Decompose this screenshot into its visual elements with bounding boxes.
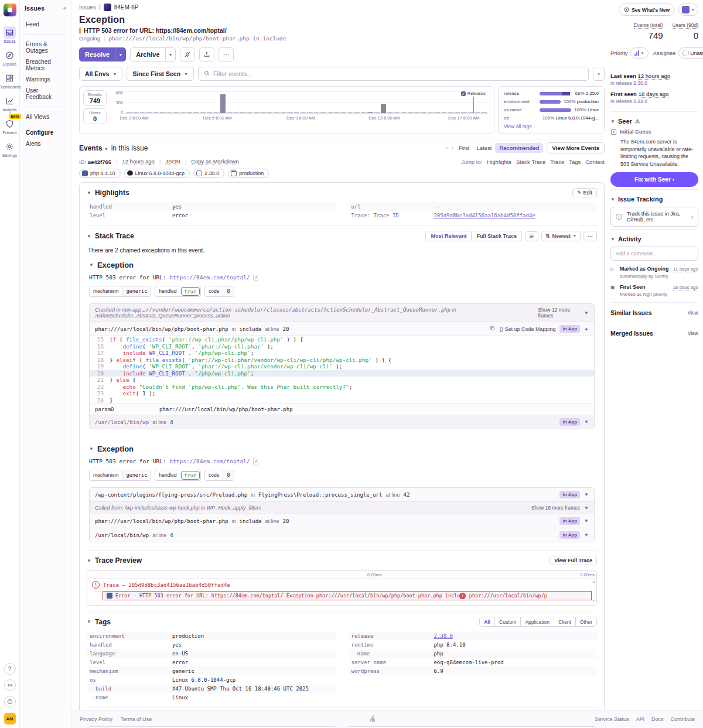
chevron-down-icon[interactable]: ▼ <box>87 234 91 239</box>
copy-icon[interactable] <box>490 326 495 332</box>
in-app-badge[interactable]: In App <box>559 418 580 426</box>
jump-highlights-link[interactable]: Highlights <box>487 159 511 165</box>
view-more-events-button[interactable]: View More Events <box>547 142 605 153</box>
release-link[interactable]: 2.30.0 <box>434 633 453 639</box>
frame-row[interactable]: phar:///usr/local/bin/wp/php/boot-phar.p… <box>90 514 594 528</box>
activity-time[interactable]: 18 days ago <box>673 285 698 290</box>
in-app-badge[interactable]: In App <box>559 531 580 539</box>
trace-id-link[interactable]: 205d9d8bc3ad4156aa16ab4d50ffad4e <box>434 213 535 218</box>
first-seen-release-link[interactable]: 2.22.0 <box>633 98 647 104</box>
terms-link[interactable]: Terms of Use <box>121 716 152 722</box>
rail-item-dashboards[interactable]: Dashboards <box>1 70 19 91</box>
checkbox-checked-icon[interactable]: ✓ <box>461 91 466 96</box>
in-app-badge[interactable]: In App <box>559 491 580 498</box>
chevron-down-icon[interactable]: ▼ <box>87 619 91 624</box>
show-more-frames-link[interactable]: Show 16 more frames <box>531 505 580 511</box>
view-all-tags-link[interactable]: View all tags <box>504 124 599 129</box>
facet-os[interactable]: os 100% Linux 6.8.0-1044-g... <box>504 115 599 121</box>
chevron-up-icon[interactable]: ▲ <box>584 326 589 331</box>
frame-row[interactable]: /usr/local/bin/wpat line4 In App▼ <box>90 528 594 542</box>
stack-trace-options-button[interactable]: ⋯ <box>583 231 597 241</box>
jump-tags-link[interactable]: Tags <box>569 159 581 165</box>
sidebar-item-breached-metrics[interactable]: Breached Metrics <box>25 56 66 74</box>
collapse-sidebar-button[interactable]: » <box>593 67 605 81</box>
service-incidents-icon[interactable] <box>4 696 16 708</box>
seer-section-header[interactable]: ▼ Seer ⚠ <box>610 111 698 129</box>
fix-with-seer-button[interactable]: Fix with Seer › <box>610 172 698 187</box>
sidebar-item-all-views[interactable]: All Views <box>25 111 66 122</box>
whats-new-button[interactable]: See What's New <box>619 4 675 16</box>
environment-filter[interactable]: All Envs▼ <box>79 67 122 81</box>
api-link[interactable]: API <box>636 716 644 722</box>
similar-issues-row[interactable]: Similar Issues View <box>610 302 698 323</box>
chevron-down-icon[interactable]: ▼ <box>87 558 91 563</box>
events-dropdown[interactable]: Events ▼ <box>79 144 108 152</box>
breadcrumb-issues-link[interactable]: Issues <box>79 4 96 11</box>
users-count-card[interactable]: Users 0 <box>83 108 107 124</box>
sidebar-item-errors-outages[interactable]: Errors & Outages <box>25 39 66 56</box>
trace-root-row[interactable]: 1 Trace — 205d9d8bc3ad4156aa16ab4d50ffad… <box>87 579 596 591</box>
prev-event-icon[interactable]: ‹ <box>444 145 449 151</box>
last-seen-release-link[interactable]: 2.30.0 <box>633 80 647 86</box>
breadcrumb-project[interactable]: 84EM-6P <box>114 4 139 11</box>
json-link[interactable]: JSON <box>165 158 180 165</box>
jump-context-link[interactable]: Context <box>585 159 605 165</box>
similar-issues-view-link[interactable]: View <box>688 310 698 316</box>
jump-trace-link[interactable]: Trace <box>550 159 564 165</box>
chevron-down-icon[interactable]: ▼ <box>584 532 589 538</box>
chevron-down-icon[interactable]: ▼ <box>89 446 94 452</box>
users-90d-label[interactable]: Users (90d) <box>673 22 698 29</box>
chevron-down-icon[interactable]: ▼ <box>584 505 589 511</box>
in-app-badge[interactable]: In App <box>559 325 580 333</box>
events-total-label[interactable]: Events (total) <box>634 22 663 29</box>
archive-button[interactable]: Archive ▼ <box>130 47 176 61</box>
setup-code-mapping-link[interactable]: {}Set up Code Mapping <box>499 326 555 332</box>
docs-link[interactable]: Docs <box>651 716 664 722</box>
os-pill[interactable]: Linux 6.8.0-1044-gcp <box>124 169 190 178</box>
edit-highlights-button[interactable]: ✎Edit <box>572 188 597 197</box>
chevron-down-icon[interactable]: ▼ <box>87 190 91 196</box>
latest-event-link[interactable]: Latest <box>473 143 495 152</box>
tags-filter-custom[interactable]: Custom <box>494 617 520 626</box>
recommended-event-tab[interactable]: Recommended <box>495 143 543 153</box>
search-box[interactable] <box>198 67 589 81</box>
chevron-down-icon[interactable]: ▼ <box>584 492 589 497</box>
chevron-down-icon[interactable]: ▼ <box>584 518 589 524</box>
event-timestamp[interactable]: 12 hours ago <box>122 158 154 165</box>
exception-url-link[interactable]: https://84em.com/toptal/ <box>169 274 250 281</box>
facet-os-name[interactable]: os.name 100% Linux <box>504 107 599 112</box>
collapsed-frames-row[interactable]: Crashed in non-app …r/vendor/woocommerce… <box>90 304 594 322</box>
collapsed-frames-row[interactable]: Called from: /wp-includes/class-wp-hook.… <box>90 501 594 514</box>
merged-issues-row[interactable]: Merged Issues View <box>610 323 698 343</box>
in-app-badge[interactable]: In App <box>559 517 580 525</box>
release-pill[interactable]: 2.30.0 <box>193 169 224 178</box>
sidebar-item-alerts[interactable]: Alerts <box>25 138 66 149</box>
last-seen-time[interactable]: 12 hours ago <box>638 73 670 80</box>
facet-environment[interactable]: environment 100% production <box>504 99 599 104</box>
frame-header-row[interactable]: phar:///usr/local/bin/wp/php/boot-phar.p… <box>90 322 594 336</box>
releases-toggle[interactable]: ✓ Releases <box>460 90 487 97</box>
trace-scrollbar[interactable]: ▲▼ <box>592 580 596 603</box>
events-count-card[interactable]: Events 749 <box>83 90 107 106</box>
resolve-dropdown-icon[interactable]: ▼ <box>115 48 125 61</box>
php-version-pill[interactable]: php 8.4.10 <box>79 169 121 178</box>
activity-header[interactable]: ▼ Activity <box>610 229 698 247</box>
org-logo[interactable] <box>4 4 16 16</box>
user-avatar[interactable]: AM <box>4 713 16 724</box>
privacy-policy-link[interactable]: Privacy Policy <box>80 716 112 722</box>
service-status-link[interactable]: Service Status <box>595 716 629 722</box>
sidebar-collapse-icon[interactable]: « <box>63 5 66 11</box>
rail-item-issues[interactable]: Issues <box>1 25 19 45</box>
frame-row[interactable]: /usr/local/bin/wp at line 4 In App▼ <box>90 415 594 429</box>
event-bar-chart[interactable]: 600 300 0 Dec 1 6:00 AM Dec 5 6:00 AM <box>111 90 490 121</box>
most-relevant-toggle[interactable]: Most Relevant <box>426 231 471 241</box>
facet-release[interactable]: release 68% 2.25.0 <box>504 91 599 96</box>
copy-markdown-link[interactable]: Copy as Markdown <box>191 158 238 165</box>
show-more-frames-link[interactable]: Show 12 more frames <box>538 307 580 319</box>
sidebar-item-warnings[interactable]: Warnings <box>25 74 66 85</box>
trace-error-row[interactable]: Error — HTTP 503 error for URL: https://… <box>103 591 592 600</box>
rail-item-prevent[interactable]: Beta Prevent <box>1 116 19 136</box>
tags-filter-application[interactable]: Application <box>520 617 554 626</box>
rail-item-explore[interactable]: Explore <box>1 47 19 68</box>
activity-time[interactable]: 11 days ago <box>673 266 698 272</box>
